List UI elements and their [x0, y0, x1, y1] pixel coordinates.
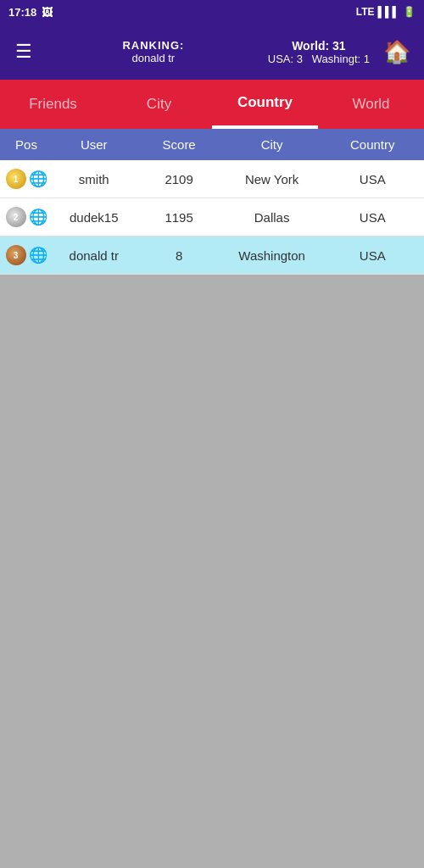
score-cell: 8 — [141, 248, 218, 263]
status-right: LTE ▌▌▌ 🔋 — [356, 6, 416, 18]
country-cell: USA — [326, 248, 420, 263]
status-bar: 17:18 🖼 LTE ▌▌▌ 🔋 — [0, 0, 424, 24]
tab-city[interactable]: City — [106, 80, 212, 129]
score-cell: 1195 — [141, 210, 218, 225]
username-cell: dudek15 — [47, 210, 141, 225]
table-row: 2 🌐 dudek15 1195 Dallas USA — [0, 198, 424, 236]
gold-medal-icon: 1 — [6, 169, 26, 189]
leaderboard-table: 1 🌐 smith 2109 New York USA 2 🌐 dudek15 … — [0, 160, 424, 275]
status-time: 17:18 — [8, 6, 36, 19]
silver-medal-icon: 2 — [6, 207, 26, 227]
header-center: RANKING: donald tr — [47, 39, 259, 64]
city-cell: New York — [218, 172, 326, 186]
globe-icon: 🌐 — [29, 170, 47, 188]
tab-country[interactable]: Country — [212, 80, 318, 129]
city-cell: Washington — [218, 248, 326, 263]
signal-icon: ▌▌▌ — [377, 6, 399, 18]
usa-washington-stat: USA: 3 Washingt: 1 — [268, 53, 370, 65]
tab-bar: Friends City Country World — [0, 80, 424, 129]
medal-cell: 2 🌐 — [5, 207, 47, 227]
table-row: 3 🌐 donald tr 8 Washington USA — [0, 236, 424, 275]
status-left: 17:18 🖼 — [8, 6, 53, 19]
ranking-label: RANKING: — [122, 39, 184, 52]
table-header: Pos User Score City Country — [0, 129, 424, 160]
col-header-score: Score — [141, 137, 218, 152]
image-icon: 🖼 — [42, 6, 53, 19]
username-cell: donald tr — [47, 248, 141, 263]
globe-icon: 🌐 — [29, 246, 47, 264]
tab-friends[interactable]: Friends — [0, 80, 106, 129]
username-cell: smith — [47, 172, 141, 186]
world-stat: World: 31 — [292, 39, 346, 53]
col-header-user: User — [47, 137, 141, 152]
col-header-pos: Pos — [5, 137, 47, 152]
content-area — [0, 275, 424, 783]
country-cell: USA — [326, 172, 420, 186]
bronze-medal-icon: 3 — [6, 245, 26, 265]
globe-icon: 🌐 — [29, 208, 47, 226]
lte-label: LTE — [356, 6, 375, 18]
col-header-country: Country — [326, 137, 420, 152]
header-stats: World: 31 USA: 3 Washingt: 1 — [268, 39, 370, 65]
battery-icon: 🔋 — [403, 6, 416, 18]
table-row: 1 🌐 smith 2109 New York USA — [0, 160, 424, 198]
menu-button[interactable]: ☰ — [8, 37, 39, 66]
col-header-city: City — [218, 137, 326, 152]
medal-cell: 3 🌐 — [5, 245, 47, 265]
home-button[interactable]: 🏠 — [378, 39, 416, 65]
header-username: donald tr — [132, 52, 176, 64]
header: ☰ RANKING: donald tr World: 31 USA: 3 Wa… — [0, 24, 424, 80]
score-cell: 2109 — [141, 172, 218, 186]
country-cell: USA — [326, 210, 420, 225]
city-cell: Dallas — [218, 210, 326, 225]
tab-world[interactable]: World — [318, 80, 424, 129]
medal-cell: 1 🌐 — [5, 169, 47, 189]
